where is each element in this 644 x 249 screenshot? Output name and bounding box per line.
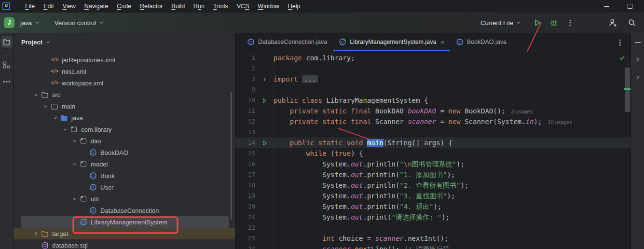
maximize-icon[interactable] [628,4,632,9]
app-icon[interactable]: IJ [2,2,10,10]
tree-item-label: src [52,91,60,98]
line-number: 20 [235,201,255,212]
menu-file[interactable]: File [21,0,39,13]
run-config-selector[interactable]: Current File [478,17,524,28]
more-actions-icon[interactable]: ⋮ [564,16,576,29]
vcs-widget[interactable]: Version control [52,17,107,28]
chevron-down-icon[interactable] [60,125,69,133]
menu-code[interactable]: Code [112,0,136,13]
menu-help[interactable]: Help [284,0,305,13]
package-icon [70,125,78,133]
tree-item-database-sql[interactable]: database.sql [14,239,235,249]
class-run-icon: C [79,218,88,226]
tree-item-label: main [62,103,75,110]
menu-window[interactable]: Window [253,0,283,13]
tree-item-dao[interactable]: dao [14,135,235,147]
line-number: 13 [235,127,255,138]
chevron-right-icon[interactable] [31,230,41,237]
add-user-icon[interactable] [606,16,619,29]
close-icon[interactable]: × [440,39,444,46]
runnable-class-icon: C [339,38,346,46]
main-area: ••• Project </>jarRepositories.xml</>mis… [0,33,644,249]
tree-item-workspace-xml[interactable]: </>workspace.xml [14,77,235,89]
tree-item-misc-xml[interactable]: </>misc.xml [14,66,235,77]
line-number: 3 [235,74,255,84]
notifications-tool-button[interactable] [635,56,641,65]
tree-item-label: java [71,114,83,122]
usages-hint[interactable]: 3 usages [511,109,533,114]
tree-item-main[interactable]: main [14,100,235,112]
tree-item-jarrepositories-xml[interactable]: </>jarRepositories.xml [14,54,235,66]
tab-options-icon[interactable]: ⋮ [617,38,624,47]
gutter-spacer [255,159,274,169]
code-line-17: 17 System.out.println("1. 添加图书"); [235,169,630,180]
menu-run[interactable]: Run [189,0,209,13]
chevron-down-icon[interactable] [69,160,79,168]
tree-item-label: misc.xml [62,68,86,75]
menu-view[interactable]: View [58,0,80,13]
chevron-down-icon [53,115,58,121]
tree-item-model[interactable]: model [14,158,235,170]
inspections-ok-icon[interactable] [618,54,626,63]
line-number: 1 [235,53,255,63]
menu-edit[interactable]: Edit [39,0,58,13]
line-number: 17 [235,169,255,180]
chevron-down-icon[interactable] [50,114,60,122]
project-tree: </>jarRepositories.xml</>misc.xml</>work… [14,54,235,249]
editor-scrollbar[interactable] [625,68,630,112]
menu-vcs[interactable]: VCS [233,0,254,13]
folded-imports[interactable]: ... [302,75,318,83]
code-editor[interactable]: 1package com.library;23import ...910publ… [235,51,630,249]
structure-tool-button[interactable] [2,61,11,71]
project-panel-header[interactable]: Project [14,33,235,51]
runnable-class-icon: C [339,38,346,46]
indent-guide [306,148,306,249]
chevron-down-icon[interactable] [41,102,50,110]
tree-item-util[interactable]: util [14,193,235,205]
chevron-down-icon[interactable] [69,137,79,145]
chevron-down-icon[interactable] [69,195,79,203]
project-widget[interactable]: java [17,17,43,28]
tree-item-com-library[interactable]: com.library [14,124,235,135]
menu-navigate[interactable]: Navigate [80,0,112,13]
tree-item-bookdao[interactable]: CBookDAO [14,147,235,158]
usages-hint[interactable]: 10 usages [548,119,572,125]
gutter-spacer [255,63,274,74]
menu-refactor[interactable]: Refactor [136,0,167,13]
menu-build[interactable]: Build [167,0,189,13]
tab-librarymanagementsystem-java[interactable]: CLibraryManagementSystem.java× [333,33,450,51]
run-gutter-icon[interactable] [255,138,274,148]
project-tool-button[interactable] [1,36,13,48]
code-text [274,84,630,95]
package-icon [80,137,87,145]
tree-item-java[interactable]: java [14,112,235,124]
ide-window: IJ FileEditViewNavigateCodeRefactorBuild… [0,0,644,249]
tree-item-target[interactable]: target [14,228,235,239]
line-number: 9 [235,84,255,95]
avatar[interactable]: J [4,17,14,28]
run-icon[interactable] [531,16,544,29]
more-tools-icon[interactable]: ••• [3,78,11,85]
left-tool-stripe: ••• [0,33,14,249]
debug-icon[interactable] [548,16,560,29]
class-icon: C [89,207,97,214]
tab-label: BookDAO.java [467,39,507,45]
chevron-down-icon[interactable] [31,91,41,98]
tab-databaseconnection-java[interactable]: CDatabaseConnection.java [241,33,333,51]
tree-scrollbar[interactable] [231,92,232,220]
menu-tools[interactable]: Tools [209,0,233,13]
secondary-tool-button[interactable] [635,74,641,83]
hide-stripe-icon[interactable] [635,42,641,43]
tree-item-src[interactable]: src [14,89,235,100]
fold-icon[interactable] [255,74,274,84]
class-icon: C [89,149,97,156]
tree-item-label: database.sql [52,242,88,249]
search-icon[interactable] [626,16,638,29]
tree-item-user[interactable]: CUser [14,181,235,193]
tree-item-librarymanagementsystem[interactable]: CLibraryManagementSystem [14,216,235,228]
tab-bookdao-java[interactable]: CBookDAO.java [450,33,512,51]
tree-item-book[interactable]: CBook [14,170,235,181]
run-gutter-icon[interactable] [255,95,274,106]
tree-item-databaseconnection[interactable]: CDatabaseConnection [14,205,235,216]
minimize-icon[interactable] [604,6,609,7]
